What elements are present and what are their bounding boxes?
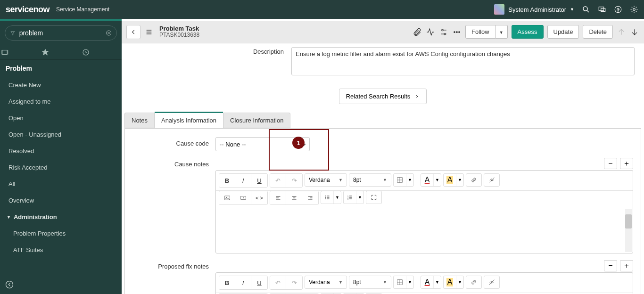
assess-button[interactable]: Assess: [512, 25, 544, 39]
align-center-button[interactable]: [286, 191, 302, 204]
nav-section-problem[interactable]: Problem: [0, 60, 122, 77]
font-size-select[interactable]: 8pt▼: [349, 173, 391, 187]
more-icon[interactable]: [452, 27, 462, 37]
prev-record-icon[interactable]: [617, 27, 626, 37]
nav-atf-suites[interactable]: ATF Suites: [0, 242, 122, 258]
nav-tab-favorites-icon[interactable]: [41, 48, 81, 57]
help-icon[interactable]: ?: [614, 5, 622, 14]
rte-expand-button-2[interactable]: ＋: [620, 260, 633, 271]
cause-notes-textarea[interactable]: [216, 208, 633, 253]
svg-rect-3: [601, 8, 605, 12]
nav-open-unassigned[interactable]: Open - Unassigned: [0, 126, 122, 143]
follow-dropdown[interactable]: ▼: [495, 25, 508, 39]
numbered-list-button[interactable]: 123▼: [343, 191, 364, 204]
svg-text:3: 3: [347, 198, 348, 200]
tab-notes[interactable]: Notes: [124, 113, 155, 128]
tab-analysis-information[interactable]: Analysis Information: [154, 113, 223, 128]
italic-button[interactable]: I: [235, 276, 251, 289]
settings-slider-icon[interactable]: [439, 27, 448, 37]
redo-button[interactable]: ↷: [286, 174, 302, 187]
delete-button[interactable]: Delete: [583, 25, 613, 39]
rte-collapse-button-2[interactable]: −: [604, 260, 617, 271]
nav-search[interactable]: [5, 25, 117, 41]
svg-point-20: [454, 31, 455, 33]
nav-search-input[interactable]: [19, 29, 102, 37]
tab-closure-information[interactable]: Closure Information: [223, 113, 290, 128]
bullet-list-button[interactable]: ▼: [321, 191, 341, 204]
unlink-button[interactable]: [484, 173, 500, 187]
undo-button[interactable]: ↶: [270, 174, 286, 187]
align-left-button[interactable]: [270, 191, 286, 204]
svg-point-12: [6, 281, 13, 288]
nav-assigned-to-me[interactable]: Assigned to me: [0, 93, 122, 110]
bold-button[interactable]: B: [219, 174, 235, 187]
table-button[interactable]: ▼: [393, 173, 414, 187]
follow-button[interactable]: Follow: [465, 25, 495, 39]
related-search-label: Related Search Results: [346, 93, 411, 100]
nav-problem-properties[interactable]: Problem Properties: [0, 225, 122, 242]
collapse-nav-button[interactable]: [0, 275, 122, 294]
cause-notes-editor[interactable]: B I U ↶ ↷ Verdana▼ 8pt▼: [215, 170, 633, 253]
nav-create-new[interactable]: Create New: [0, 77, 122, 93]
back-button[interactable]: [126, 25, 140, 39]
update-button[interactable]: Update: [547, 25, 579, 39]
annotation-badge: 1: [292, 137, 305, 149]
scrollbar-thumb[interactable]: [625, 214, 632, 229]
insert-video-button[interactable]: [235, 191, 251, 204]
unlink-button[interactable]: [484, 276, 500, 289]
next-record-icon[interactable]: [630, 27, 639, 37]
font-family-select[interactable]: Verdana▼: [305, 276, 347, 289]
bold-button[interactable]: B: [219, 276, 235, 289]
form-title: Problem Task: [159, 25, 199, 32]
align-right-button[interactable]: [302, 191, 318, 204]
svg-point-28: [226, 197, 227, 198]
insert-image-button[interactable]: [219, 191, 235, 204]
code-button[interactable]: < >: [251, 191, 267, 204]
nav-tab-all-icon[interactable]: [0, 48, 40, 57]
link-button[interactable]: [466, 276, 482, 289]
underline-button[interactable]: U: [251, 276, 267, 289]
font-family-select[interactable]: Verdana▼: [305, 173, 347, 187]
font-size-select[interactable]: 8pt▼: [349, 276, 391, 289]
link-button[interactable]: [466, 173, 482, 187]
svg-point-40: [325, 197, 326, 198]
font-color-button[interactable]: A▼: [421, 276, 441, 289]
font-color-button[interactable]: A▼: [421, 173, 441, 187]
gear-icon[interactable]: [630, 5, 638, 14]
nav-overview[interactable]: Overview: [0, 192, 122, 209]
undo-button[interactable]: ↶: [270, 276, 286, 289]
nav-admin-label: Administration: [14, 213, 57, 220]
nav-administration[interactable]: ▼ Administration: [0, 209, 122, 225]
rte-expand-button[interactable]: ＋: [620, 158, 633, 169]
svg-point-41: [325, 198, 326, 199]
nav-resolved[interactable]: Resolved: [0, 143, 122, 159]
table-button[interactable]: ▼: [393, 276, 414, 289]
record-number: PTASK0013638: [159, 32, 199, 38]
chevron-down-icon: ▼: [570, 7, 574, 12]
chevron-down-icon: ▼: [7, 215, 11, 220]
tab-panel: Cause code -- None -- Cause notes −: [124, 128, 641, 294]
nav-open[interactable]: Open: [0, 110, 122, 126]
svg-point-19: [444, 33, 446, 34]
highlight-button[interactable]: A▼: [443, 276, 464, 289]
related-search-button[interactable]: Related Search Results: [339, 89, 427, 104]
user-menu[interactable]: System Administrator ▼: [494, 4, 574, 15]
context-menu-button[interactable]: [144, 28, 154, 36]
redo-button[interactable]: ↷: [286, 276, 302, 289]
activity-icon[interactable]: [426, 27, 435, 37]
chat-icon[interactable]: [598, 5, 606, 14]
fullscreen-button[interactable]: [366, 191, 382, 204]
description-field[interactable]: Ensure a log metric filter and alarm exi…: [291, 47, 635, 75]
search-icon[interactable]: [582, 5, 590, 14]
proposed-fix-editor[interactable]: B I U ↶ ↷ Verdana▼ 8pt▼: [215, 272, 633, 294]
italic-button[interactable]: I: [235, 174, 251, 187]
rte-collapse-button[interactable]: −: [604, 158, 617, 169]
svg-point-39: [325, 196, 326, 196]
clear-search-icon[interactable]: [106, 29, 112, 37]
nav-risk-accepted[interactable]: Risk Accepted: [0, 159, 122, 176]
underline-button[interactable]: U: [251, 174, 267, 187]
attachment-icon[interactable]: [413, 27, 422, 37]
highlight-button[interactable]: A▼: [443, 173, 464, 187]
nav-tab-history-icon[interactable]: [81, 48, 121, 57]
nav-all[interactable]: All: [0, 176, 122, 192]
